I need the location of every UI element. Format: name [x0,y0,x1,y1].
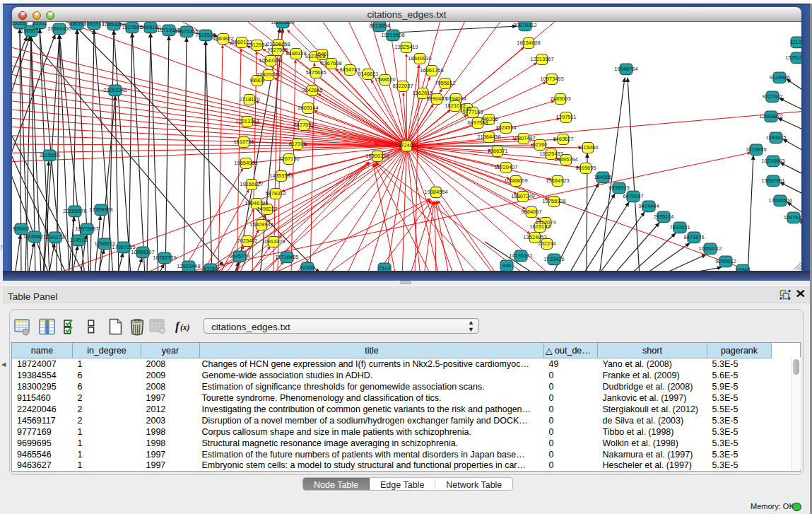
svg-text:19384554: 19384554 [424,189,447,195]
svg-text:7625402: 7625402 [237,238,257,244]
svg-text:18724007: 18724007 [395,142,418,148]
svg-text:8427552: 8427552 [293,122,314,128]
svg-text:905061: 905061 [12,226,30,232]
svg-text:10807487: 10807487 [512,135,535,141]
svg-text:15751074: 15751074 [785,54,801,61]
svg-text:9115460: 9115460 [578,144,599,151]
svg-text:1733426: 1733426 [543,256,564,262]
svg-text:20876812: 20876812 [513,22,536,28]
svg-text:12093872: 12093872 [759,113,782,119]
svg-text:19756928: 19756928 [542,198,565,204]
svg-text:0794024: 0794024 [445,95,466,102]
svg-text:16154808: 16154808 [517,40,540,46]
svg-text:9899695: 9899695 [575,165,596,171]
svg-text:98903: 98903 [250,77,265,83]
svg-text:(x): (x) [180,323,190,332]
svg-text:1498222: 1498222 [257,206,277,212]
svg-text:8463627: 8463627 [553,136,573,142]
svg-text:1905572: 1905572 [20,28,41,34]
svg-text:19218506: 19218506 [381,32,404,38]
svg-text:9129966: 9129966 [769,74,789,81]
svg-text:15409944: 15409944 [249,221,273,228]
svg-text:746266: 746266 [480,116,498,122]
svg-text:2367608: 2367608 [321,60,341,66]
svg-text:7955812: 7955812 [435,80,455,86]
svg-text:846: 846 [502,262,512,269]
svg-text:9777169: 9777169 [462,109,483,115]
svg-text:10543382: 10543382 [259,57,282,64]
svg-text:19166827: 19166827 [240,181,263,187]
svg-text:21364436: 21364436 [477,134,500,140]
svg-text:1527602: 1527602 [122,24,142,30]
svg-text:3315955: 3315955 [39,152,59,158]
svg-text:9084067: 9084067 [521,209,541,215]
svg-text:1610755: 1610755 [233,139,254,145]
svg-text:10688609: 10688609 [504,177,527,184]
svg-text:9242845: 9242845 [302,87,322,93]
svg-text:2718170: 2718170 [239,96,259,103]
svg-text:12213363: 12213363 [235,118,259,124]
svg-text:14136141: 14136141 [509,252,532,259]
svg-text:7588520: 7588520 [375,76,395,83]
svg-text:12342737: 12342737 [43,234,66,240]
svg-text:1615132: 1615132 [529,223,550,230]
svg-text:7485003: 7485003 [550,95,570,102]
svg-text:7663822: 7663822 [213,35,233,42]
svg-text:12923448: 12923448 [177,263,200,269]
svg-text:11122: 11122 [790,39,801,45]
svg-text:5878312: 5878312 [265,190,286,197]
svg-text:10975887: 10975887 [75,226,98,232]
svg-text:19654982: 19654982 [234,160,257,166]
svg-text:20206576: 20206576 [63,208,86,214]
svg-text:8938923: 8938923 [608,185,629,191]
svg-text:546: 546 [318,51,327,57]
svg-text:10958107: 10958107 [131,249,154,255]
svg-text:14353593: 14353593 [269,173,293,179]
svg-text:8813054: 8813054 [369,23,389,29]
svg-text:2935114: 2935114 [654,214,674,220]
svg-text:93150: 93150 [204,266,218,271]
svg-text:11156827: 11156827 [23,233,46,240]
svg-text:17016504: 17016504 [768,197,792,204]
svg-text:16033809: 16033809 [271,22,294,25]
svg-text:8990443: 8990443 [426,95,447,102]
svg-text:2063317: 2063317 [83,22,104,27]
svg-text:9645774: 9645774 [229,253,249,259]
svg-text:3267130: 3267130 [278,156,299,162]
svg-text:92450: 92450 [300,264,315,271]
svg-text:8454749: 8454749 [339,66,360,73]
svg-text:6479197: 6479197 [623,193,643,199]
svg-text:3624554: 3624554 [495,124,516,131]
svg-text:20931: 20931 [33,22,47,26]
svg-text:10654112: 10654112 [699,245,722,252]
svg-text:10973493: 10973493 [540,76,563,82]
svg-text:1167534: 1167534 [784,214,801,221]
svg-text:8471676: 8471676 [683,234,704,240]
svg-text:13325419: 13325419 [394,44,418,50]
svg-text:8322037: 8322037 [392,83,413,89]
svg-text:817006: 817006 [288,141,306,147]
svg-text:18640910: 18640910 [408,55,431,62]
svg-text:18807249: 18807249 [511,193,534,199]
svg-text:9327505: 9327505 [267,47,288,53]
svg-text:190557: 190557 [12,22,29,26]
svg-text:11716485: 11716485 [276,254,299,260]
svg-text:9474444: 9474444 [638,203,659,209]
svg-text:1244415: 1244415 [765,134,786,141]
svg-text:15692991: 15692991 [761,177,784,184]
svg-text:1297511: 1297511 [556,114,577,120]
svg-text:16210643: 16210643 [761,158,784,164]
svg-text:10914479: 10914479 [261,238,285,245]
svg-text:16548784: 16548784 [614,66,637,72]
svg-text:29053346: 29053346 [103,87,126,93]
svg-text:8186328: 8186328 [286,50,306,57]
svg-text:9227342: 9227342 [762,93,782,100]
svg-text:2803144: 2803144 [298,105,318,111]
svg-text:13654923: 13654923 [546,177,569,184]
svg-text:164095: 164095 [594,174,611,180]
svg-text:11720407: 11720407 [495,164,518,170]
svg-text:9245612: 9245612 [715,258,736,264]
svg-text:7514: 7514 [379,265,391,271]
svg-text:13524853: 13524853 [523,234,546,240]
svg-text:23495794: 23495794 [554,156,577,163]
